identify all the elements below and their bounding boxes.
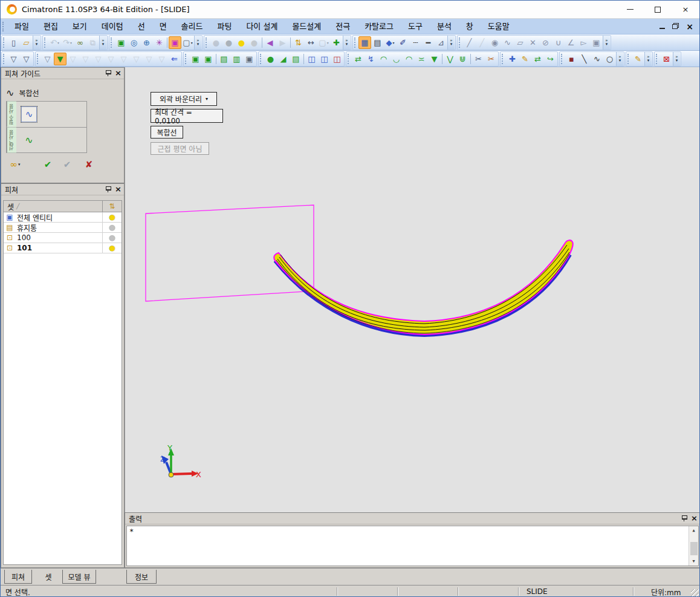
toolbar-grip[interactable] <box>3 54 5 64</box>
move-button[interactable]: ✚ <box>506 53 519 65</box>
hide-by-cursor-button[interactable]: ● <box>210 36 222 49</box>
circle-button[interactable]: ○ <box>603 53 616 65</box>
pin-icon[interactable] <box>105 70 111 77</box>
delete-entities-button[interactable]: ⊠ <box>660 53 673 65</box>
frame-box-button[interactable]: ▣ <box>243 53 256 65</box>
toolbar-grip[interactable] <box>459 38 461 48</box>
toolbar-grip[interactable] <box>206 38 208 48</box>
surface-bend-button[interactable]: ◡ <box>390 53 403 65</box>
doc-restore-button[interactable] <box>672 22 679 31</box>
toolbar-grip[interactable] <box>37 54 39 64</box>
snap-intersection-button[interactable]: ✕ <box>527 36 539 49</box>
vertical-scrollbar[interactable]: ▲ ▼ <box>689 526 698 566</box>
menu-item-7[interactable]: 파팅 <box>210 22 239 31</box>
surface-flange-button[interactable]: ◠ <box>403 53 415 65</box>
toolbar-grip[interactable] <box>502 54 504 64</box>
tab-set[interactable]: 셋 <box>37 570 60 584</box>
menu-item-5[interactable]: 면 <box>152 22 174 31</box>
set-column-header[interactable]: 셋 <box>4 201 14 212</box>
next-display-button[interactable]: ▶ <box>276 36 289 49</box>
pin-icon[interactable] <box>105 186 111 193</box>
scrollbar-thumb[interactable] <box>690 542 698 555</box>
filter-copies-button[interactable]: ▽ <box>41 53 54 65</box>
snap-grid-button[interactable]: ▣ <box>590 36 603 49</box>
menu-item-3[interactable]: 데이텀 <box>94 22 131 31</box>
close-button[interactable]: × <box>672 1 699 18</box>
menu-item-0[interactable]: 파일 <box>7 22 36 31</box>
zoom-all-button[interactable]: ▣ <box>115 36 128 49</box>
filter-dimensions-button[interactable]: ▽ <box>155 53 168 65</box>
filter-surfaces-button[interactable]: ▽ <box>117 53 130 65</box>
filter-add-button[interactable]: ▽ <box>20 53 33 65</box>
trim-button[interactable]: ⋁ <box>444 53 456 65</box>
copy-geometry-button[interactable]: ⧉ <box>86 36 99 49</box>
row-label[interactable]: 100 <box>16 233 102 242</box>
scroll-down-icon[interactable]: ▼ <box>689 557 698 566</box>
toolbar-grip[interactable] <box>348 54 350 64</box>
result-curve-step-icon[interactable]: ∿ <box>21 132 37 148</box>
snap-hidden-button[interactable]: ⊘ <box>539 36 552 49</box>
sketcher-button[interactable]: ✎ <box>632 53 644 65</box>
menu-item-6[interactable]: 솔리드 <box>174 22 210 31</box>
toolbar-grip[interactable] <box>44 38 47 48</box>
menu-item-11[interactable]: 카탈로그 <box>357 22 401 31</box>
untrim-button[interactable]: ⋓ <box>456 53 469 65</box>
surface-funnel-button[interactable]: ▼ <box>428 53 441 65</box>
measure-button[interactable]: ↔ <box>305 36 317 49</box>
split-two-button[interactable]: ◫ <box>318 53 331 65</box>
dropdown-arrow-icon[interactable]: ▾ <box>57 41 59 45</box>
preview-button[interactable]: ∞ ▾ <box>6 159 24 170</box>
outer-boundary-button[interactable]: 외곽 바운더리 ▾ <box>151 92 217 106</box>
menu-item-9[interactable]: 몰드설계 <box>285 22 328 31</box>
line-width-button[interactable]: ━ <box>422 36 435 49</box>
toolbar-overflow-button[interactable]: »▾ <box>343 36 350 50</box>
reference-plane[interactable] <box>146 205 314 301</box>
snap-spline-button[interactable]: ∿ <box>501 36 514 49</box>
wireframe-mode-button[interactable]: ▢▾ <box>181 36 194 49</box>
viewport-3d[interactable]: Y Z X 외곽 바운더리 ▾ 최대 간격 = 0,0100 복합선 근접 평면… <box>125 67 700 512</box>
surface-offset-button[interactable]: ⇄ <box>352 53 365 65</box>
menu-item-14[interactable]: 창 <box>459 22 481 31</box>
undo-button[interactable]: ↶▾ <box>48 36 61 49</box>
ok-button[interactable]: ✔ <box>40 159 56 170</box>
line-button[interactable]: ╲ <box>578 53 591 65</box>
menu-item-8[interactable]: 다이 설계 <box>239 22 285 31</box>
menu-item-13[interactable]: 분석 <box>430 22 459 31</box>
mirror-button[interactable]: ⇄ <box>531 53 544 65</box>
chevron-down-icon[interactable]: ▾ <box>18 162 21 167</box>
bulb-off-icon[interactable]: ● <box>109 233 115 242</box>
move-edit-button[interactable]: ✎ <box>519 53 531 65</box>
resize-grip[interactable] <box>691 589 699 597</box>
tab-model-view[interactable]: 모델 뷰 <box>62 570 96 584</box>
line-style-button[interactable]: ┄ <box>409 36 422 49</box>
sets-table-header[interactable]: 셋 ╱ ⇅ <box>4 201 122 212</box>
doc-close-button[interactable]: × <box>686 23 693 30</box>
bulb-on-icon[interactable]: ● <box>109 244 115 252</box>
color-table-button[interactable]: ▤ <box>371 36 384 49</box>
surface-twist-button[interactable]: ↯ <box>365 53 377 65</box>
solid-fillet-button[interactable]: ● <box>264 53 277 65</box>
filter-reset-button[interactable]: ⇐ <box>168 53 181 65</box>
table-row-recycle-bin[interactable]: ▤ 휴지통 ● <box>4 223 122 233</box>
previous-display-button[interactable]: ◀ <box>264 36 276 49</box>
toolbar-overflow-button[interactable]: »▾ <box>194 36 201 50</box>
box-display-button[interactable]: ▢▾ <box>317 36 330 49</box>
output-content[interactable]: * ▲ ▼ <box>126 526 699 566</box>
toolbar-grip[interactable] <box>627 54 630 64</box>
slide-band[interactable] <box>274 240 573 334</box>
dropdown-arrow-icon[interactable]: ▾ <box>70 41 72 45</box>
pick-attribute-button[interactable]: ✐ <box>397 36 409 49</box>
filter-arcs-button[interactable]: ▽ <box>79 53 92 65</box>
table-row-all-entities[interactable]: ▣ 전체 엔티티 ● <box>4 212 122 223</box>
close-icon[interactable]: × <box>691 515 698 522</box>
pin-icon[interactable] <box>681 515 687 522</box>
split-three-button[interactable]: ◫ <box>331 53 343 65</box>
new-file-button[interactable]: ▯ <box>7 36 20 49</box>
toolbar-grip[interactable] <box>354 38 357 48</box>
toolbar-overflow-button[interactable]: »▾ <box>99 36 106 50</box>
filter-points-button[interactable]: ▽ <box>92 53 105 65</box>
menu-item-15[interactable]: 도움말 <box>481 22 517 31</box>
filter-active-button[interactable]: ▼ <box>54 53 66 65</box>
maximize-button[interactable] <box>644 1 672 18</box>
toolbar-grip[interactable] <box>260 54 262 64</box>
